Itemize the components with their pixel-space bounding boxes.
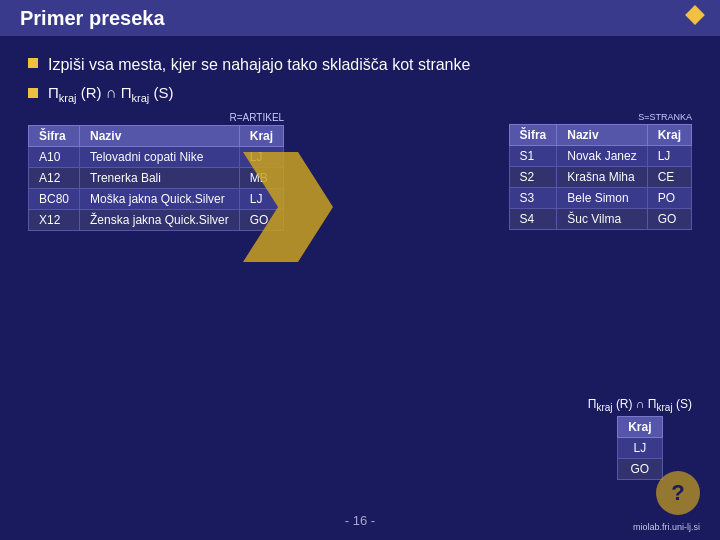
list-item: GO — [618, 459, 662, 480]
diamond-decoration — [685, 5, 705, 25]
result-col-kraj: Kraj — [618, 417, 662, 438]
s-col-kraj: Kraj — [647, 125, 691, 146]
r-col-naziv: Naziv — [80, 126, 240, 147]
r-col-kraj: Kraj — [239, 126, 283, 147]
s-table-block: S=STRANKA Šifra Naziv Kraj S1Novak Janez… — [509, 112, 692, 230]
s-col-sifra: Šifra — [509, 125, 557, 146]
logo: miolab.fri.uni-lj.si — [633, 522, 700, 532]
top-bar: Primer preseka — [0, 0, 720, 36]
bullet-2: Πkraj (R) ∩ Πkraj (S) — [28, 84, 692, 104]
result-table: Kraj LJGO — [617, 416, 662, 480]
arrow-decoration — [243, 152, 333, 266]
list-item: LJ — [618, 438, 662, 459]
slide-title: Primer preseka — [20, 7, 165, 30]
table-row: S4Šuc VilmaGO — [509, 209, 691, 230]
bullet-1-text: Izpiši vsa mesta, kjer se nahajajo tako … — [48, 54, 470, 76]
result-section: Πkraj (R) ∩ Πkraj (S) Kraj LJGO — [588, 397, 692, 480]
r-col-sifra: Šifra — [29, 126, 80, 147]
table-row: S3Bele SimonPO — [509, 188, 691, 209]
r-table-label: R=ARTIKEL — [28, 112, 284, 123]
bullet-square-1 — [28, 58, 38, 68]
table-row: S1Novak JanezLJ — [509, 146, 691, 167]
tables-container: R=ARTIKEL Šifra Naziv Kraj A10Telovadni … — [28, 112, 692, 231]
pi-expression: Πkraj (R) ∩ Πkraj (S) — [48, 84, 173, 104]
bullet-square-2 — [28, 88, 38, 98]
decorative-circle: ? — [656, 471, 700, 515]
svg-marker-0 — [243, 152, 333, 262]
bullet-1: Izpiši vsa mesta, kjer se nahajajo tako … — [28, 54, 692, 76]
s-col-naziv: Naziv — [557, 125, 647, 146]
s-table: Šifra Naziv Kraj S1Novak JanezLJS2Krašna… — [509, 124, 692, 230]
content-area: Izpiši vsa mesta, kjer se nahajajo tako … — [0, 36, 720, 241]
s-table-label: S=STRANKA — [509, 112, 692, 122]
result-pi-label: Πkraj (R) ∩ Πkraj (S) — [588, 397, 692, 413]
table-row: S2Krašna MihaCE — [509, 167, 691, 188]
page-number: - 16 - — [345, 513, 375, 528]
